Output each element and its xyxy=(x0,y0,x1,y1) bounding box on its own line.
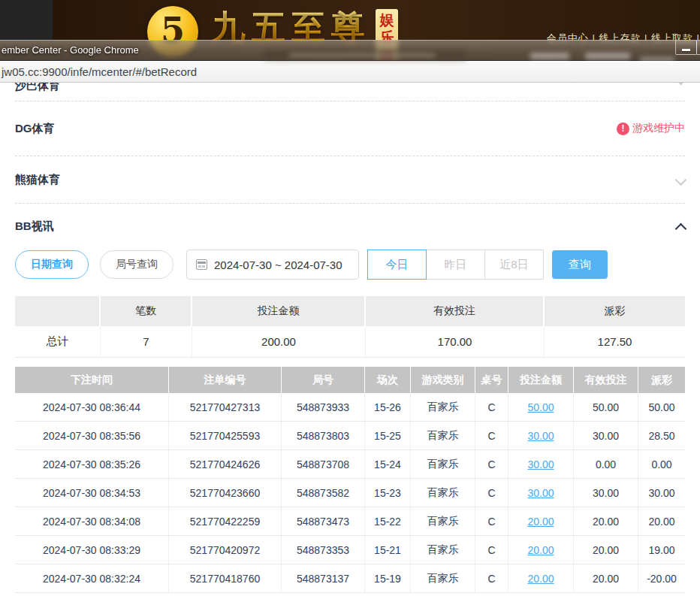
table-body: 2024-07-30 08:36:44521770427313548873933… xyxy=(15,393,685,593)
summary-header-cell: 投注金额 xyxy=(192,296,366,326)
table-cell: 521770425593 xyxy=(169,422,282,450)
bet-amount-link[interactable]: 20.00 xyxy=(527,516,554,528)
date-range-value: 2024-07-30 ~ 2024-07-30 xyxy=(214,259,342,271)
table-cell: 20.00 xyxy=(574,536,638,564)
summary-header-cell: 笔数 xyxy=(101,296,192,326)
summary-bet-amount: 200.00 xyxy=(192,326,366,358)
yesterday-button[interactable]: 昨日 xyxy=(426,250,485,280)
glass-blur-artifact xyxy=(585,53,630,59)
minimize-button[interactable] xyxy=(675,41,697,55)
table-cell: 百家乐 xyxy=(411,536,475,564)
summary-header-cell xyxy=(15,296,101,326)
summary-header-cell: 派彩 xyxy=(545,296,685,326)
table-header-cell: 桌号 xyxy=(475,367,508,393)
bet-amount-link[interactable]: 20.00 xyxy=(527,573,554,585)
table-cell: C xyxy=(475,564,508,593)
table-cell: 2024-07-30 08:35:26 xyxy=(15,450,169,479)
summary-header-cell: 有效投注 xyxy=(366,296,545,326)
table-row: 2024-07-30 08:36:44521770427313548873933… xyxy=(15,393,685,422)
table-cell: 521770418760 xyxy=(169,564,282,593)
table-cell: 2024-07-30 08:32:24 xyxy=(15,564,169,593)
minimize-icon xyxy=(682,49,690,51)
table-header-cell: 有效投注 xyxy=(574,367,638,393)
accordion-dg-sports[interactable]: DG体育 ! 游戏维护中 xyxy=(15,101,685,156)
section-label: 熊猫体育 xyxy=(15,173,60,187)
maximize-button[interactable] xyxy=(696,41,700,55)
table-cell: 30.00 xyxy=(508,479,574,507)
table-cell: 548873137 xyxy=(282,564,365,593)
section-label: DG体育 xyxy=(15,122,55,136)
table-cell: C xyxy=(475,393,508,422)
table-cell: 15-24 xyxy=(365,450,411,479)
table-cell: 百家乐 xyxy=(411,422,475,450)
summary-header-row: 笔数 投注金额 有效投注 派彩 xyxy=(15,296,685,326)
table-header-cell: 下注时间 xyxy=(15,367,169,393)
bet-amount-link[interactable]: 50.00 xyxy=(527,401,554,413)
table-header-row: 下注时间注单编号局号场次游戏类别桌号投注金额有效投注派彩 xyxy=(15,367,685,393)
accordion-bb-video[interactable]: BB视讯 xyxy=(15,204,685,249)
round-query-tab[interactable]: 局号查询 xyxy=(100,250,173,279)
table-cell: 521770427313 xyxy=(169,393,282,422)
date-query-tab[interactable]: 日期查询 xyxy=(15,250,89,279)
table-cell: 20.00 xyxy=(508,507,574,536)
summary-payout: 127.50 xyxy=(545,326,685,358)
bet-amount-link[interactable]: 30.00 xyxy=(527,487,554,499)
table-cell: 30.00 xyxy=(508,450,574,479)
table-cell: 30.00 xyxy=(638,479,685,507)
table-cell: C xyxy=(475,422,508,450)
table-cell: 百家乐 xyxy=(411,479,475,507)
table-cell: 2024-07-30 08:35:56 xyxy=(15,422,169,450)
table-cell: 2024-07-30 08:34:53 xyxy=(15,479,169,507)
page-content: 沙巴体育 DG体育 ! 游戏维护中 熊猫体育 BB视讯 日期查询 局号查询 20… xyxy=(0,83,700,605)
table-cell: 30.00 xyxy=(574,479,638,507)
last8days-button[interactable]: 近8日 xyxy=(484,250,544,280)
bet-amount-link[interactable]: 20.00 xyxy=(527,544,554,556)
table-cell: 15-23 xyxy=(365,479,411,507)
table-cell: 521770424626 xyxy=(169,450,282,479)
table-cell: 百家乐 xyxy=(411,507,475,536)
table-cell: C xyxy=(475,536,508,564)
table-cell: C xyxy=(475,450,508,479)
table-cell: 百家乐 xyxy=(411,564,475,593)
table-cell: 548873353 xyxy=(282,536,365,564)
maintenance-text: 游戏维护中 xyxy=(632,122,685,135)
accordion-saba-sports[interactable]: 沙巴体育 xyxy=(15,83,685,101)
glass-blur-artifact xyxy=(530,53,569,59)
bet-amount-link[interactable]: 30.00 xyxy=(527,458,554,470)
table-cell: 50.00 xyxy=(574,393,638,422)
date-range-input[interactable]: 2024-07-30 ~ 2024-07-30 xyxy=(186,250,359,280)
maintenance-badge: ! 游戏维护中 xyxy=(617,122,685,135)
table-cell: 521770423660 xyxy=(169,479,282,507)
table-header-cell: 场次 xyxy=(365,367,411,393)
summary-count: 7 xyxy=(101,326,192,358)
table-cell: 15-19 xyxy=(365,564,411,593)
window-titlebar[interactable]: ember Center - Google Chrome xyxy=(0,40,700,61)
table-cell: 百家乐 xyxy=(411,393,475,422)
address-bar[interactable]: jw05.cc:9900/infe/mcenter/#/betRecord xyxy=(0,61,700,83)
table-cell: -20.00 xyxy=(638,564,685,593)
table-cell: 548873708 xyxy=(282,450,365,479)
window-title: ember Center - Google Chrome xyxy=(2,41,139,60)
table-cell: 15-26 xyxy=(365,393,411,422)
table-row: 2024-07-30 08:34:53521770423660548873582… xyxy=(15,479,685,507)
url-text[interactable]: jw05.cc:9900/infe/mcenter/#/betRecord xyxy=(2,65,197,78)
table-cell: 548873803 xyxy=(282,422,365,450)
table-cell: 20.00 xyxy=(574,507,638,536)
table-cell: 521770422259 xyxy=(169,507,282,536)
bet-amount-link[interactable]: 30.00 xyxy=(527,430,554,442)
exclamation-icon: ! xyxy=(617,123,629,135)
table-cell: 30.00 xyxy=(574,422,638,450)
search-button[interactable]: 查询 xyxy=(552,250,608,279)
summary-valid-bet: 170.00 xyxy=(366,326,545,358)
bet-record-table: 下注时间注单编号局号场次游戏类别桌号投注金额有效投注派彩 2024-07-30 … xyxy=(15,367,685,593)
table-header-cell: 派彩 xyxy=(638,367,685,393)
table-cell: 50.00 xyxy=(638,393,685,422)
calendar-icon xyxy=(196,259,207,270)
table-cell: 548873473 xyxy=(282,507,365,536)
accordion-panda-sports[interactable]: 熊猫体育 xyxy=(15,156,685,204)
table-cell: 20.00 xyxy=(508,564,574,593)
today-button[interactable]: 今日 xyxy=(367,250,427,280)
glass-blur-artifact xyxy=(289,53,436,57)
table-cell: C xyxy=(475,479,508,507)
table-cell: 548873582 xyxy=(282,479,365,507)
